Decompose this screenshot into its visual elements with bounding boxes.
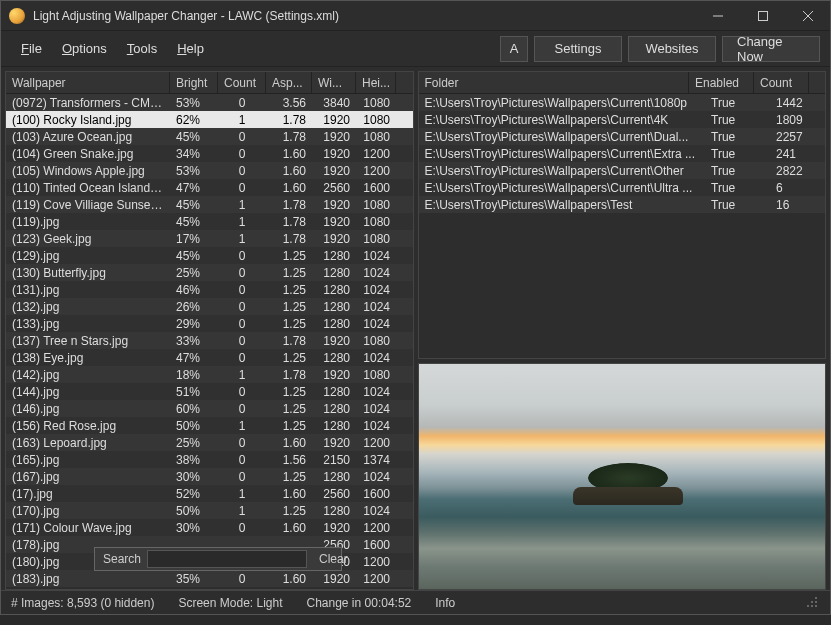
minimize-button[interactable]: [695, 1, 740, 31]
table-row[interactable]: (105) Windows Apple.jpg53%01.6019201200: [6, 162, 413, 179]
col-bright[interactable]: Bright: [170, 72, 218, 93]
status-images: # Images: 8,593 (0 hidden): [11, 596, 154, 610]
statusbar: # Images: 8,593 (0 hidden) Screen Mode: …: [1, 590, 830, 614]
table-row[interactable]: (137) Tree n Stars.jpg33%01.7819201080: [6, 332, 413, 349]
table-row[interactable]: (142).jpg18%11.7819201080: [6, 366, 413, 383]
search-bar: Search Clear: [94, 547, 342, 571]
table-row[interactable]: (167).jpg30%01.2512801024: [6, 468, 413, 485]
table-row[interactable]: (119) Cove Villiage Sunset.jpg45%11.7819…: [6, 196, 413, 213]
table-row[interactable]: E:\Users\Troy\Pictures\Wallpapers\Curren…: [419, 128, 826, 145]
table-row[interactable]: (170).jpg50%11.2512801024: [6, 502, 413, 519]
table-row[interactable]: (144).jpg51%01.2512801024: [6, 383, 413, 400]
table-row[interactable]: (119).jpg45%11.7819201080: [6, 213, 413, 230]
table-row[interactable]: (17).jpg52%11.6025601600: [6, 485, 413, 502]
menu-file[interactable]: File: [11, 35, 52, 62]
table-row[interactable]: (163) Lepoard.jpg25%01.6019201200: [6, 434, 413, 451]
a-button[interactable]: A: [500, 36, 528, 62]
folder-table-header: Folder Enabled Count: [419, 72, 826, 94]
table-row[interactable]: (165).jpg38%01.5621501374: [6, 451, 413, 468]
menu-tools[interactable]: Tools: [117, 35, 167, 62]
wallpaper-table-header: Wallpaper Bright Count Asp... Wi... Hei.…: [6, 72, 413, 94]
table-row[interactable]: (100) Rocky Island.jpg62%11.7819201080: [6, 111, 413, 128]
table-row[interactable]: (183).jpg35%01.6019201200: [6, 570, 413, 587]
wallpaper-preview-pane: [418, 363, 827, 590]
table-row[interactable]: (133).jpg29%01.2512801024: [6, 315, 413, 332]
table-row[interactable]: (103) Azure Ocean.jpg45%01.7819201080: [6, 128, 413, 145]
col-aspect[interactable]: Asp...: [266, 72, 312, 93]
table-row[interactable]: (156) Red Rose.jpg50%11.2512801024: [6, 417, 413, 434]
titlebar: Light Adjusting Wallpaper Changer - LAWC…: [1, 1, 830, 31]
table-row[interactable]: E:\Users\Troy\Pictures\Wallpapers\Curren…: [419, 145, 826, 162]
col-wallpaper[interactable]: Wallpaper: [6, 72, 170, 93]
websites-button[interactable]: Websites: [628, 36, 716, 62]
menu-help[interactable]: Help: [167, 35, 214, 62]
table-row[interactable]: (130) Butterfly.jpg25%01.2512801024: [6, 264, 413, 281]
col-folder-count[interactable]: Count: [754, 72, 809, 93]
maximize-button[interactable]: [740, 1, 785, 31]
status-info[interactable]: Info: [435, 596, 455, 610]
table-row[interactable]: (138) Eye.jpg47%01.2512801024: [6, 349, 413, 366]
table-row[interactable]: (129).jpg45%01.2512801024: [6, 247, 413, 264]
table-row[interactable]: (171) Colour Wave.jpg30%01.6019201200: [6, 519, 413, 536]
col-folder[interactable]: Folder: [419, 72, 690, 93]
table-row[interactable]: (0972) Transformers - CMuEXKt...53%03.56…: [6, 94, 413, 111]
search-label: Search: [103, 552, 141, 566]
app-icon: [9, 8, 25, 24]
menubar: File Options Tools Help A Settings Websi…: [1, 31, 830, 67]
table-row[interactable]: E:\Users\Troy\Pictures\Wallpapers\Curren…: [419, 179, 826, 196]
search-input[interactable]: [147, 550, 307, 568]
wallpaper-list-pane: Wallpaper Bright Count Asp... Wi... Hei.…: [5, 71, 414, 590]
search-clear-button[interactable]: Clear: [313, 552, 354, 566]
table-row[interactable]: (132).jpg26%01.2512801024: [6, 298, 413, 315]
table-row[interactable]: (131).jpg46%01.2512801024: [6, 281, 413, 298]
settings-button[interactable]: Settings: [534, 36, 622, 62]
window-title: Light Adjusting Wallpaper Changer - LAWC…: [33, 9, 339, 23]
status-change-in: Change in 00:04:52: [307, 596, 412, 610]
table-row[interactable]: E:\Users\Troy\Pictures\Wallpapers\Curren…: [419, 111, 826, 128]
table-row[interactable]: E:\Users\Troy\Pictures\Wallpapers\Curren…: [419, 94, 826, 111]
svg-rect-1: [758, 11, 767, 20]
wallpaper-table-body[interactable]: (0972) Transformers - CMuEXKt...53%03.56…: [6, 94, 413, 589]
table-row[interactable]: (104) Green Snake.jpg34%01.6019201200: [6, 145, 413, 162]
col-enabled[interactable]: Enabled: [689, 72, 754, 93]
col-count[interactable]: Count: [218, 72, 266, 93]
table-row[interactable]: (110) Tinted Ocean Islands.jpg47%01.6025…: [6, 179, 413, 196]
table-row[interactable]: E:\Users\Troy\Pictures\Wallpapers\Curren…: [419, 162, 826, 179]
change-now-button[interactable]: Change Now: [722, 36, 820, 62]
wallpaper-preview-image: [419, 364, 826, 589]
table-row[interactable]: (123) Geek.jpg17%11.7819201080: [6, 230, 413, 247]
folder-list-pane: Folder Enabled Count E:\Users\Troy\Pictu…: [418, 71, 827, 359]
folder-table-body[interactable]: E:\Users\Troy\Pictures\Wallpapers\Curren…: [419, 94, 826, 358]
col-height[interactable]: Hei...: [356, 72, 396, 93]
table-row[interactable]: E:\Users\Troy\Pictures\Wallpapers\TestTr…: [419, 196, 826, 213]
status-screen-mode: Screen Mode: Light: [178, 596, 282, 610]
resize-grip-icon[interactable]: [806, 596, 820, 610]
menu-options[interactable]: Options: [52, 35, 117, 62]
close-button[interactable]: [785, 1, 830, 31]
col-width[interactable]: Wi...: [312, 72, 356, 93]
table-row[interactable]: (146).jpg60%01.2512801024: [6, 400, 413, 417]
